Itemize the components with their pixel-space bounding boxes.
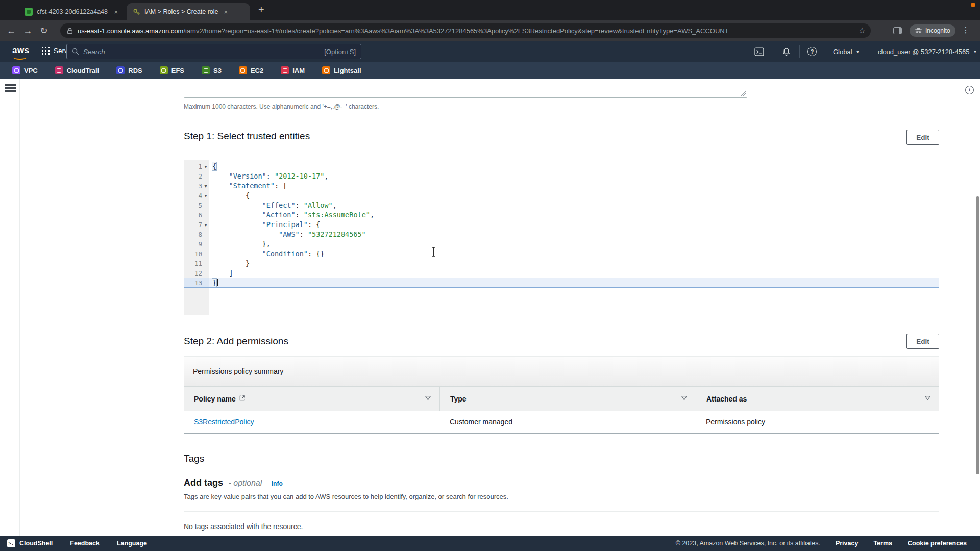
hamburger-menu-icon[interactable] — [5, 84, 16, 92]
fold-placeholder — [202, 259, 209, 268]
reload-button[interactable]: ↻ — [36, 25, 52, 36]
favorite-vpc[interactable]: VPC — [12, 66, 38, 74]
fold-placeholder — [202, 201, 209, 210]
favorite-label: IAM — [292, 67, 305, 74]
new-tab-button[interactable]: + — [258, 5, 264, 15]
tab-title: cfst-4203-20d6122a4a486e3 — [37, 8, 108, 15]
fold-placeholder — [202, 239, 209, 249]
policy-name-link[interactable]: S3RestrictedPolicy — [184, 418, 439, 426]
favorite-efs[interactable]: EFS — [160, 66, 184, 74]
browser-tab-cfst[interactable]: cfst-4203-20d6122a4a486e3 × — [18, 3, 125, 20]
favorite-ec2[interactable]: EC2 — [239, 66, 263, 74]
privacy-link[interactable]: Privacy — [836, 540, 858, 547]
column-sort-icon[interactable] — [425, 395, 431, 403]
code-text: { — [209, 191, 939, 201]
cloudshell-header-button[interactable] — [754, 41, 764, 62]
fold-arrow-icon[interactable]: ▾ — [202, 191, 209, 201]
code-text: } — [209, 278, 939, 287]
account-menu[interactable]: cloud_user @ 5327-2128-4565 ▼ — [878, 41, 977, 62]
column-header-policy-name[interactable]: Policy name — [184, 387, 439, 411]
editor-line-3[interactable]: 3▾ "Statement": [ — [184, 181, 939, 191]
notifications-button[interactable] — [782, 41, 791, 62]
favorite-label: VPC — [24, 67, 38, 74]
permissions-panel-header: Permissions policy summary — [184, 356, 939, 387]
editor-line-11[interactable]: 11 } — [184, 259, 939, 268]
editor-line-4[interactable]: 4▾ { — [184, 191, 939, 201]
cloudshell-footer-button[interactable]: >. CloudShell — [7, 539, 53, 547]
feedback-link[interactable]: Feedback — [70, 540, 100, 547]
vpc-favicon-icon — [12, 66, 20, 74]
favorite-label: EFS — [172, 67, 184, 74]
ec2-favicon-icon — [239, 66, 247, 74]
search-shortcut-hint: [Option+S] — [324, 48, 356, 56]
favorite-label: EC2 — [251, 67, 263, 74]
search-input[interactable] — [83, 48, 320, 56]
favorite-rds[interactable]: RDS — [116, 66, 142, 74]
tab-title: IAM > Roles > Create role — [144, 8, 218, 15]
favorite-lightsail[interactable]: Lightsail — [322, 66, 361, 74]
tags-description: Tags are key-value pairs that you can ad… — [184, 493, 508, 500]
terms-link[interactable]: Terms — [873, 540, 892, 547]
editor-line-12[interactable]: 12 ] — [184, 268, 939, 278]
search-icon — [72, 48, 79, 55]
browser-tab-iam-create-role[interactable]: IAM > Roles > Create role × — [127, 3, 250, 20]
scrollbar-thumb[interactable] — [976, 196, 979, 474]
optional-label: - optional — [228, 479, 262, 487]
cloudshell-terminal-icon — [754, 47, 764, 57]
divider — [825, 45, 825, 58]
account-label: cloud_user @ 5327-2128-4565 — [878, 48, 969, 56]
editor-line-10[interactable]: 10 "Condition": {} — [184, 249, 939, 259]
editor-line-2[interactable]: 2 "Version": "2012-10-17", — [184, 171, 939, 181]
address-bar[interactable]: us-east-1.console.aws.amazon.com/iamv2/h… — [60, 23, 871, 38]
editor-line-5[interactable]: 5 "Effect": "Allow", — [184, 201, 939, 210]
region-label: Global — [833, 48, 852, 56]
favorite-s3[interactable]: S3 — [202, 66, 222, 74]
textarea-resize-handle[interactable] — [740, 91, 746, 96]
no-tags-message: No tags associated with the resource. — [184, 522, 303, 531]
favorite-cloudtrail[interactable]: CloudTrail — [55, 66, 100, 74]
info-panel-icon[interactable]: i — [965, 86, 974, 94]
fold-arrow-icon[interactable]: ▾ — [202, 181, 209, 191]
column-header-type[interactable]: Type — [439, 387, 696, 411]
side-panel-icon[interactable] — [893, 27, 902, 34]
code-text: ] — [209, 268, 939, 278]
divider — [774, 45, 774, 58]
edit-trusted-entities-button[interactable]: Edit — [906, 130, 939, 145]
line-number: 12 — [194, 268, 202, 278]
browser-menu-icon[interactable]: ⋮ — [962, 25, 970, 35]
fold-arrow-icon[interactable]: ▾ — [202, 162, 209, 171]
cookie-preferences-link[interactable]: Cookie preferences — [908, 540, 967, 547]
favorite-label: Lightsail — [334, 67, 361, 74]
code-text: "AWS": "532721284565" — [209, 230, 939, 239]
description-textarea[interactable] — [184, 79, 747, 98]
region-selector[interactable]: Global ▼ — [833, 41, 860, 62]
code-text: { — [209, 162, 939, 171]
url-text: us-east-1.console.aws.amazon.com/iamv2/h… — [78, 27, 729, 35]
editor-line-8[interactable]: 8 "AWS": "532721284565" — [184, 230, 939, 239]
tab-close-icon[interactable]: × — [112, 8, 119, 16]
language-link[interactable]: Language — [117, 540, 147, 547]
key-favicon-icon — [133, 8, 140, 16]
editor-line-13[interactable]: 13} — [184, 278, 939, 288]
fold-arrow-icon[interactable]: ▾ — [202, 220, 209, 230]
editor-line-6[interactable]: 6 "Action": "sts:AssumeRole", — [184, 210, 939, 220]
favorite-iam[interactable]: IAM — [281, 66, 305, 74]
column-sort-icon[interactable] — [681, 395, 688, 403]
editor-line-1[interactable]: 1▾{ — [184, 162, 939, 171]
bookmark-star-icon[interactable]: ☆ — [859, 26, 866, 35]
info-link[interactable]: Info — [272, 480, 283, 487]
editor-line-9[interactable]: 9 }, — [184, 239, 939, 249]
back-button[interactable]: ← — [3, 26, 19, 36]
column-header-attached-as[interactable]: Attached as — [696, 387, 939, 411]
column-sort-icon[interactable] — [924, 395, 931, 403]
favorite-label: RDS — [128, 67, 142, 74]
tab-close-icon[interactable]: × — [223, 8, 230, 16]
aws-logo[interactable]: aws — [12, 45, 30, 56]
editor-line-7[interactable]: 7▾ "Principal": { — [184, 220, 939, 230]
aws-console-header: aws Services [Option+S] ? Global ▼ cloud… — [0, 41, 980, 62]
edit-permissions-button[interactable]: Edit — [906, 334, 939, 349]
trust-policy-editor[interactable]: 1▾{2 "Version": "2012-10-17",3▾ "Stateme… — [184, 160, 939, 315]
help-button[interactable]: ? — [807, 41, 817, 62]
console-search-box[interactable]: [Option+S] — [66, 44, 361, 59]
forward-button[interactable]: → — [19, 26, 36, 36]
